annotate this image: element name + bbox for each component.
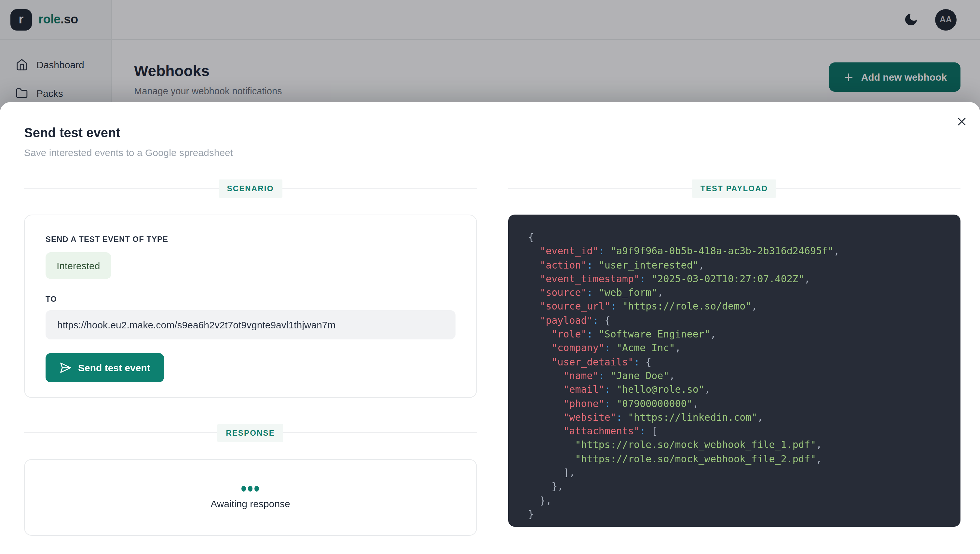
response-section-divider: RESPONSE xyxy=(24,424,477,441)
scenario-section-divider: SCENARIO xyxy=(24,180,477,197)
modal-title: Send test event xyxy=(24,126,961,140)
scenario-column: SCENARIO SEND A TEST EVENT OF TYPE Inter… xyxy=(24,180,477,536)
event-type-label: SEND A TEST EVENT OF TYPE xyxy=(46,235,455,244)
close-button[interactable] xyxy=(951,111,973,133)
to-label: TO xyxy=(46,295,455,304)
loading-dots-icon xyxy=(242,486,259,492)
awaiting-response-text: Awaiting response xyxy=(211,498,290,509)
scenario-section-label: SCENARIO xyxy=(219,180,283,198)
webhook-url-input[interactable] xyxy=(46,310,455,339)
send-icon xyxy=(59,361,72,374)
app-root: r role.so Dashboard Packs AA xyxy=(0,0,980,554)
close-icon xyxy=(955,115,968,128)
scenario-card: SEND A TEST EVENT OF TYPE Interested TO … xyxy=(24,215,477,398)
payload-section-label: TEST PAYLOAD xyxy=(692,180,776,198)
modal-subtitle: Save interested events to a Google sprea… xyxy=(24,147,961,158)
send-test-event-modal: Send test event Save interested events t… xyxy=(0,102,980,554)
payload-column: TEST PAYLOAD { "event_id": "a9f9f96a-0b5… xyxy=(508,180,961,536)
response-section-label: RESPONSE xyxy=(217,424,283,442)
event-type-chip[interactable]: Interested xyxy=(46,252,111,279)
payload-section-divider: TEST PAYLOAD xyxy=(508,180,961,197)
send-test-event-label: Send test event xyxy=(78,362,150,373)
send-test-event-button[interactable]: Send test event xyxy=(46,353,164,382)
payload-code: { "event_id": "a9f9f96a-0b5b-418a-ac3b-2… xyxy=(508,215,961,527)
response-card: Awaiting response xyxy=(24,459,477,536)
